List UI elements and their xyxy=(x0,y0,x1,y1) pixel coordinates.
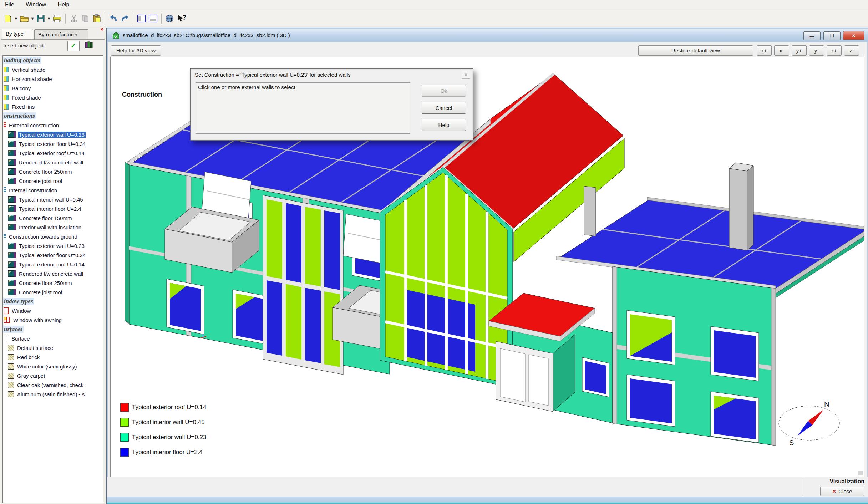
list-item[interactable]: Typical exterior roof U=0.14 xyxy=(3,260,103,269)
list-item[interactable]: Construction towards ground xyxy=(3,232,103,241)
list-item[interactable]: Typical exterior wall U=0.23 xyxy=(3,241,103,250)
list-item[interactable]: Typical interior wall U=0.45 xyxy=(3,195,103,204)
list-item-label: Rendered l/w concrete wall xyxy=(18,271,84,277)
compass-s-label: S xyxy=(789,439,794,447)
mark-blue-icon xyxy=(4,234,6,239)
list-item[interactable]: Fixed fins xyxy=(3,102,103,111)
split-horizontal-icon[interactable] xyxy=(148,13,158,24)
object-palette: By type By manufacturer × Insert new obj… xyxy=(0,26,106,504)
list-item[interactable]: Aluminum (satin finished) - s xyxy=(3,390,103,399)
axis-z-plus-button[interactable]: z+ xyxy=(827,45,842,56)
cancel-button[interactable]: Cancel xyxy=(422,102,466,114)
wall-icon xyxy=(8,168,16,175)
axis-x-plus-button[interactable]: x+ xyxy=(757,45,772,56)
redo-icon[interactable] xyxy=(120,13,130,24)
axis-x-minus-button[interactable]: x- xyxy=(774,45,789,56)
list-item[interactable]: Concrete floor 150mm xyxy=(3,213,103,223)
library-icon[interactable] xyxy=(85,41,93,49)
list-item[interactable]: Typical exterior floor U=0.34 xyxy=(3,139,103,148)
legend-swatch-lime xyxy=(120,418,129,427)
list-item-label: Concrete floor 250mm xyxy=(18,169,73,175)
list-item[interactable]: Concrete floor 250mm xyxy=(3,167,103,176)
dialog-selection-area[interactable]: Click one or more external walls to sele… xyxy=(196,82,410,134)
list-item-label: Vertical shade xyxy=(11,67,46,73)
list-item-label: Typical exterior wall U=0.23 xyxy=(18,243,86,249)
list-item[interactable]: Vertical shade xyxy=(3,65,103,74)
wall-icon xyxy=(8,243,16,249)
viewport-resize-corner[interactable] xyxy=(858,471,863,475)
new-document-icon[interactable] xyxy=(2,13,13,24)
copy-icon[interactable] xyxy=(80,13,91,24)
list-item[interactable]: Rendered l/w concrete wall xyxy=(3,158,103,167)
axis-z-minus-button[interactable]: z- xyxy=(844,45,859,56)
info-globe-icon[interactable]: i xyxy=(164,13,175,24)
legend-item: Typical exterior roof U=0.14 xyxy=(120,403,206,412)
menu-help[interactable]: Help xyxy=(53,0,75,9)
home-icon xyxy=(112,32,120,39)
save-icon[interactable] xyxy=(35,13,46,24)
menu-window[interactable]: Window xyxy=(21,0,51,9)
split-vertical-icon[interactable] xyxy=(136,13,147,24)
list-item[interactable]: Typical exterior roof U=0.14 xyxy=(3,148,103,158)
list-item[interactable]: Interior wall with insulation xyxy=(3,223,103,232)
list-item-label: Typical exterior wall U=0.23 xyxy=(18,132,86,138)
open-dropdown-icon[interactable]: ▼ xyxy=(30,13,35,24)
ok-button[interactable]: Ok xyxy=(422,85,466,97)
list-item[interactable]: External construction xyxy=(3,121,103,130)
help-button[interactable]: Help xyxy=(422,119,466,131)
list-item[interactable]: Window with awning xyxy=(3,315,103,325)
list-item[interactable]: Fixed shade xyxy=(3,93,103,102)
list-item[interactable]: Red brick xyxy=(3,352,103,362)
new-dropdown-icon[interactable]: ▼ xyxy=(14,13,19,24)
restore-default-view-button[interactable]: Restore default view xyxy=(638,45,753,56)
list-item[interactable]: Rendered l/w concrete wall xyxy=(3,269,103,278)
list-item-label: Window xyxy=(11,308,32,314)
list-item[interactable]: White color (semi glossy) xyxy=(3,362,103,371)
maximize-button[interactable]: ❐ xyxy=(823,31,841,40)
print-icon[interactable] xyxy=(52,13,62,24)
list-item[interactable]: Surface xyxy=(3,334,103,343)
list-item[interactable]: Window xyxy=(3,306,103,315)
close-window-button[interactable]: × xyxy=(843,31,864,40)
surface-icon xyxy=(8,391,14,397)
list-item[interactable]: Internal construction xyxy=(3,185,103,195)
paste-icon[interactable] xyxy=(91,13,102,24)
list-item[interactable]: Horizontal shade xyxy=(3,74,103,83)
list-item[interactable]: Balcony xyxy=(3,83,103,93)
list-item[interactable]: Gray carpet xyxy=(3,371,103,380)
list-item[interactable]: Concrete joist roof xyxy=(3,176,103,185)
list-item[interactable]: Typical exterior floor U=0.34 xyxy=(3,250,103,260)
cut-icon[interactable] xyxy=(68,13,79,24)
list-item[interactable]: Typical exterior wall U=0.23 xyxy=(3,130,103,139)
legend-label: Typical interior wall U=0.45 xyxy=(132,419,205,426)
wall-icon xyxy=(8,205,16,212)
save-dropdown-icon[interactable]: ▼ xyxy=(46,13,51,24)
help-3d-view-button[interactable]: Help for 3D view xyxy=(111,45,161,56)
close-visualization-button[interactable]: × Close xyxy=(820,487,864,496)
tab-by-manufacturer[interactable]: By manufacturer xyxy=(34,29,88,40)
list-item[interactable]: Clear oak (varnished, check xyxy=(3,380,103,390)
axis-y-minus-button[interactable]: y- xyxy=(809,45,824,56)
list-item-label: Interior wall with insulation xyxy=(18,224,82,230)
close-palette-icon[interactable]: × xyxy=(100,27,103,32)
list-item-label: External construction xyxy=(8,122,60,128)
list-item[interactable]: Typical interior floor U=2.4 xyxy=(3,204,103,213)
context-help-icon[interactable]: ? xyxy=(176,13,187,24)
dialog-close-icon[interactable]: ✕ xyxy=(462,71,470,79)
window-title-bar[interactable]: smalloffice_d_ifc2x3_sb2: C:\bugs\smallo… xyxy=(107,29,868,42)
list-item[interactable]: Default surface xyxy=(3,343,103,352)
tab-by-type[interactable]: By type xyxy=(2,29,33,39)
object-type-list[interactable]: hading objectsVertical shadeHorizontal s… xyxy=(2,55,103,503)
list-item[interactable]: Concrete floor 250mm xyxy=(3,278,103,287)
menu-file[interactable]: File xyxy=(0,0,19,9)
wall-icon xyxy=(8,196,16,203)
shade-icon xyxy=(4,104,9,110)
list-item-label: Typical interior wall U=0.45 xyxy=(18,197,84,203)
list-item[interactable]: Concrete joist roof xyxy=(3,287,103,297)
undo-icon[interactable] xyxy=(108,13,119,24)
minimize-button[interactable]: ▬ xyxy=(803,31,821,40)
open-icon[interactable] xyxy=(19,13,30,24)
legend-label: Typical exterior roof U=0.14 xyxy=(132,404,206,411)
axis-y-plus-button[interactable]: y+ xyxy=(792,45,807,56)
checkmark-button[interactable]: ✓ xyxy=(67,41,80,51)
